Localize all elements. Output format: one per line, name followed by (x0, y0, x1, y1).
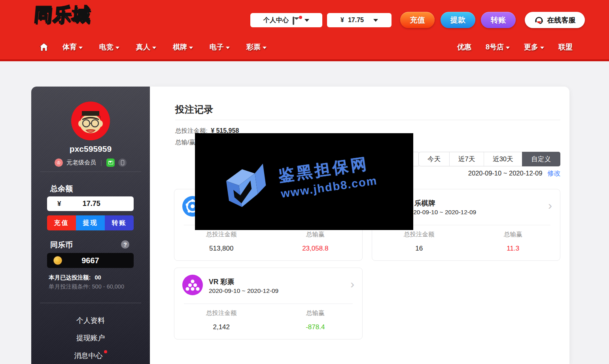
user-center-dropdown[interactable]: 个人中心 (250, 13, 322, 27)
nav-chess[interactable]: 棋牌 (167, 42, 199, 52)
nav-live[interactable]: 真人 (130, 42, 162, 52)
page-title: 投注记录 (175, 103, 213, 116)
total-balance-label: 总余额 (50, 184, 73, 194)
mail-icon (293, 17, 301, 23)
main-nav: 体育 电竞 真人 棋牌 电子 彩票 优惠 8号店 更多 联盟 (0, 38, 609, 56)
nav-promo[interactable]: 优惠 (452, 42, 477, 52)
bet-amount-label: 总投注金额 (174, 230, 269, 239)
bet-amount-label: 总投注金额 (174, 309, 269, 317)
coin-label: 同乐币 (50, 240, 73, 250)
winloss-label: 总输赢 (269, 309, 363, 317)
nav-home[interactable] (36, 42, 51, 52)
date-filter-group: 今天 近7天 近30天 自定义 (418, 152, 560, 166)
nav-lottery[interactable]: 彩票 (241, 42, 272, 52)
balance-amount: 17.75 (348, 17, 364, 24)
sidebar-item-message-center[interactable]: 消息中心 (31, 351, 150, 360)
member-level: 元老级会员 (66, 159, 96, 166)
site-logo[interactable]: 同乐城 (33, 2, 92, 27)
phone-badge-icon[interactable] (118, 158, 127, 167)
chevron-right-icon[interactable]: › (350, 278, 354, 290)
sidebar-transfer-button[interactable]: 转账 (105, 215, 134, 230)
filter-7days[interactable]: 近7天 (449, 152, 484, 166)
chevron-down-icon (304, 19, 309, 22)
chevron-down-icon (373, 19, 378, 22)
sidebar-item-profile[interactable]: 个人资料 (31, 316, 150, 325)
online-service-label: 在线客服 (547, 15, 576, 25)
divider (184, 304, 353, 304)
winloss-value: 23,058.8 (269, 245, 363, 253)
bet-amount-value: 16 (372, 245, 466, 253)
date-range-line: 2020-09-10 ~ 2020-12-09 修改 (468, 169, 560, 178)
bet-amount-label: 总投注金额 (372, 230, 466, 239)
withdraw-button[interactable]: 提款 (441, 12, 475, 28)
watermark-text: 鉴黑担保网 www.jhdb8.com (277, 152, 378, 200)
nav-shop8[interactable]: 8号店 (480, 42, 515, 52)
transfer-button[interactable]: 转账 (481, 12, 516, 28)
nav-slots[interactable]: 电子 (204, 42, 235, 52)
user-badges: ♔ 元老级会员 | (31, 158, 150, 167)
balance-dropdown[interactable]: ¥ 17.75 (327, 13, 392, 27)
bet-amount-value: 2,142 (174, 323, 269, 331)
avatar[interactable] (71, 102, 110, 140)
nav-more[interactable]: 更多 (518, 42, 550, 52)
chevron-right-icon[interactable]: › (548, 200, 552, 211)
date-range: 2020-09-10 ~ 2020-12-09 (468, 170, 543, 177)
chevron-down-icon (152, 47, 156, 49)
online-service-button[interactable]: 在线客服 (525, 12, 585, 28)
card-title: VR 彩票 (209, 277, 234, 287)
chevron-down-icon (189, 47, 193, 49)
modify-link[interactable]: 修改 (547, 170, 560, 177)
bet-record-card[interactable]: VR 彩票 2020-09-10 ~ 2020-12-09 › 总投注金额 2,… (174, 268, 363, 339)
coin-icon (53, 256, 62, 265)
winloss-value: -878.4 (269, 323, 363, 331)
month-bet-value: 00 (95, 274, 101, 281)
coin-value: 9667 (62, 256, 119, 265)
currency-symbol: ¥ (57, 200, 61, 208)
divider (40, 172, 141, 172)
card-date-range: 2020-09-10 ~ 2020-12-09 (407, 209, 476, 216)
chevron-down-icon (115, 47, 119, 49)
divider (175, 120, 560, 120)
month-requirement: 单月投注额条件: 500 - 60,000 (49, 283, 124, 290)
filter-today[interactable]: 今天 (419, 152, 449, 166)
sidebar-item-withdraw-account[interactable]: 提现账户 (31, 333, 150, 343)
notification-dot (299, 16, 302, 19)
help-icon[interactable]: ? (121, 240, 129, 249)
currency-symbol: ¥ (340, 17, 344, 24)
month-bet-line: 本月已达投注额: 00 (49, 274, 101, 281)
winloss-label: 总输赢 (466, 230, 560, 239)
username: pxc595959 (31, 144, 150, 154)
filter-30days[interactable]: 近30天 (484, 152, 522, 166)
nav-alliance[interactable]: 联盟 (553, 42, 578, 52)
total-winloss-line: 总输/赢 (175, 138, 195, 147)
card-date-range: 2020-09-10 ~ 2020-12-09 (209, 287, 278, 294)
sidebar-withdraw-button[interactable]: 提现 (76, 215, 105, 230)
watermark-overlay: 鉴黑担保网 www.jhdb8.com (195, 133, 413, 230)
headset-icon (534, 15, 544, 25)
divider: | (100, 159, 102, 166)
filter-custom[interactable]: 自定义 (522, 152, 561, 166)
winloss-label: 总输赢 (269, 230, 363, 239)
nav-sports[interactable]: 体育 (57, 42, 88, 52)
user-sidebar: pxc595959 ♔ 元老级会员 | 总余额 ¥ 17.75 充值 提现 转账… (31, 87, 150, 364)
deposit-button[interactable]: 充值 (400, 12, 435, 28)
user-center-label: 个人中心 (263, 16, 289, 25)
balance-value: 17.75 (61, 200, 122, 208)
nav-esports[interactable]: 电竞 (94, 42, 125, 52)
lottery-icon (182, 275, 203, 295)
notification-dot (104, 350, 107, 353)
chevron-down-icon (540, 47, 544, 49)
home-icon (39, 42, 49, 52)
crown-icon: ♔ (55, 158, 63, 167)
wallet-actions: 充值 提现 转账 (47, 215, 134, 230)
coin-display: 9667 (47, 253, 134, 268)
mail-badge-icon[interactable] (106, 158, 115, 167)
winloss-value: 11.3 (466, 245, 560, 253)
top-header: 同乐城 个人中心 ¥ 17.75 充值 提款 转账 在线客服 体育 电竞 真人 … (0, 0, 609, 61)
bet-amount-value: 513,800 (174, 245, 269, 253)
sidebar-deposit-button[interactable]: 充值 (47, 215, 76, 230)
divider (40, 303, 141, 303)
chevron-down-icon (506, 47, 510, 49)
chevron-down-icon (79, 47, 83, 49)
watermark-logo (216, 155, 277, 221)
